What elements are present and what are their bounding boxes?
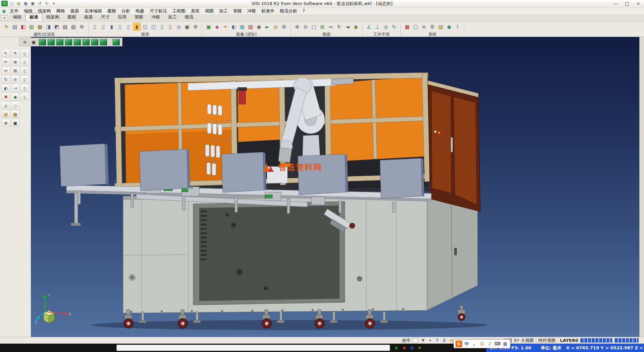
chamfer-icon[interactable]: ◇ <box>11 101 19 109</box>
sogou-icon[interactable]: S <box>455 341 462 347</box>
tray-icon-4[interactable]: ★ <box>417 345 423 351</box>
close-button[interactable]: × <box>633 0 644 7</box>
system-settings-icon[interactable]: ⚙ <box>428 23 436 31</box>
profile-2-icon[interactable]: 2 <box>441 338 447 343</box>
layers-panel-icon[interactable]: ▤ <box>2 110 10 118</box>
workbench-tab[interactable]: 应用 <box>114 13 130 21</box>
view-normal-icon[interactable]: ◉ <box>352 23 360 31</box>
match-properties-icon[interactable]: ▤ <box>11 23 19 31</box>
zoom-out-icon[interactable]: ⊖ <box>302 23 310 31</box>
view-back-icon[interactable] <box>56 39 63 45</box>
redo-icon[interactable]: ↻ <box>44 1 50 6</box>
workplane-align-icon[interactable]: ⊥ <box>373 23 381 31</box>
minimize-button[interactable]: — <box>610 0 621 7</box>
lock-toggle[interactable] <box>413 338 418 343</box>
offset-icon[interactable]: ≡ <box>11 75 19 83</box>
tab-dropdown-icon[interactable]: ▾ <box>1 15 8 21</box>
zoom-in-icon[interactable]: ⊕ <box>293 23 301 31</box>
texture-icon[interactable]: ▨ <box>247 23 255 31</box>
join-icon[interactable]: ⊞ <box>11 67 19 75</box>
database-icon[interactable]: ▤ <box>437 23 445 31</box>
view-left-icon[interactable] <box>65 39 72 45</box>
shaded-mode-icon[interactable]: ▮ <box>108 23 116 31</box>
menu-item[interactable]: ? <box>300 7 308 15</box>
workplane-origin-icon[interactable]: ◎ <box>382 23 390 31</box>
rotate-icon[interactable]: ↻ <box>2 75 10 83</box>
sogou-toolbox-icon[interactable]: ▦ <box>502 341 508 347</box>
reflection-lines-icon[interactable]: ◎ <box>175 23 183 31</box>
workbench-tab[interactable]: 曲面 <box>80 13 97 21</box>
views-browser-icon[interactable]: ▯ <box>20 84 29 92</box>
wireframe-browser-icon[interactable]: ▯ <box>20 67 29 75</box>
filter-settings-icon[interactable]: ⚙ <box>78 23 86 31</box>
emoji-icon[interactable]: ☺ <box>479 341 485 347</box>
tray-icon-2[interactable]: ● <box>401 345 407 351</box>
workbench-tab[interactable]: 加工 <box>164 13 181 21</box>
info-icon[interactable]: i <box>453 23 462 31</box>
taskbar-window-button[interactable] <box>116 345 390 351</box>
workbench-tab[interactable]: 标准 <box>25 13 42 21</box>
workplane-icon[interactable]: ∠ <box>365 23 373 31</box>
background-icon[interactable]: ▦ <box>238 23 246 31</box>
workbench-tab[interactable]: 编辑 <box>9 13 25 21</box>
mirror-icon[interactable]: ◐ <box>2 84 10 92</box>
calculator-icon[interactable]: ≡ <box>420 23 428 31</box>
edit-geometry-icon[interactable]: ✎ <box>11 49 19 57</box>
view-right-icon[interactable] <box>74 39 81 45</box>
delete-icon[interactable]: ✖ <box>2 93 10 101</box>
zoom-window-icon[interactable]: ▢ <box>310 23 318 31</box>
open-file-icon[interactable]: ▤ <box>15 1 22 6</box>
workbench-tab[interactable]: 冲模 <box>147 13 164 21</box>
solids-browser-icon[interactable]: ▯ <box>20 49 29 57</box>
view-menu-icon[interactable]: ≡ <box>21 39 29 45</box>
shadows-icon[interactable]: ◐ <box>230 23 238 31</box>
view-bottom-icon[interactable] <box>91 39 98 45</box>
array-icon[interactable]: ▦ <box>11 110 19 118</box>
snapshot-icon[interactable]: ◉ <box>255 23 263 31</box>
stereo-view-icon[interactable]: ◎ <box>272 23 280 31</box>
curvature-analysis-icon[interactable]: ▯ <box>166 23 174 31</box>
selection-mode-icon[interactable]: ▼ <box>420 338 426 343</box>
properties-brush-icon[interactable]: ✎ <box>2 23 10 31</box>
mask-filter-icon[interactable]: ◨ <box>44 23 52 31</box>
selection-filter-icon[interactable]: ◩ <box>53 23 61 31</box>
right-scrollbar-strip[interactable] <box>639 37 644 337</box>
advanced-image-settings-icon[interactable]: ⚙ <box>280 23 288 31</box>
paste-attributes-icon[interactable]: ▨ <box>69 23 77 31</box>
previous-view-icon[interactable]: ◄ <box>343 23 352 31</box>
layers-browser-icon[interactable]: ▯ <box>20 93 29 101</box>
view-iso-icon[interactable] <box>39 39 46 45</box>
history-browser-icon[interactable]: ▯ <box>20 75 29 83</box>
group-icon[interactable]: ▣ <box>11 119 19 127</box>
visi-logo-icon[interactable]: V <box>1 1 8 6</box>
monitor-icon[interactable]: ▢ <box>412 23 420 31</box>
draft-analysis-icon[interactable]: ▯ <box>158 23 166 31</box>
transparency-icon[interactable]: ◫ <box>141 23 149 31</box>
view-reference-status[interactable]: 绝对视图 <box>538 338 556 344</box>
section-view-icon[interactable]: ◫ <box>150 23 158 31</box>
snap-settings-icon[interactable]: ⊕ <box>2 119 10 127</box>
viewport-layout-icon[interactable]: ▣ <box>30 39 37 45</box>
render-icon[interactable]: ▣ <box>205 23 213 31</box>
color-palette-icon[interactable]: ▦ <box>403 23 411 31</box>
graphics-settings-icon[interactable]: ⚙ <box>192 23 200 31</box>
hidden-line-mode-icon[interactable]: ▯ <box>99 23 107 31</box>
shaded-edges-mode-icon[interactable]: ▯ <box>116 23 124 31</box>
menu-item[interactable]: 加工 <box>216 7 230 15</box>
layer-filter-icon[interactable]: ▥ <box>28 23 36 31</box>
capture-icon[interactable]: ◉ <box>445 23 453 31</box>
color-filter-icon[interactable]: ◧ <box>19 23 27 31</box>
zoom-extents-icon[interactable]: ⊞ <box>318 23 326 31</box>
chinese-mode-icon[interactable]: 中 <box>463 341 470 347</box>
undo-icon[interactable]: ↺ <box>37 1 43 6</box>
dynamic-hide-icon[interactable]: ▯ <box>124 23 132 31</box>
rotate-view-icon[interactable]: ↻ <box>335 23 343 31</box>
workbench-tab[interactable]: 尺寸 <box>97 13 114 21</box>
menu-item[interactable]: 冲模 <box>245 7 259 15</box>
menu-item[interactable]: 标准件 <box>259 7 277 15</box>
view-dynamic-icon[interactable] <box>113 39 120 45</box>
break-icon[interactable]: ⊗ <box>11 58 19 66</box>
surfaces-browser-icon[interactable]: ▯ <box>20 58 29 66</box>
trim-icon[interactable]: ✂ <box>2 58 10 66</box>
active-layer-status[interactable]: LAYER0 <box>560 338 578 343</box>
